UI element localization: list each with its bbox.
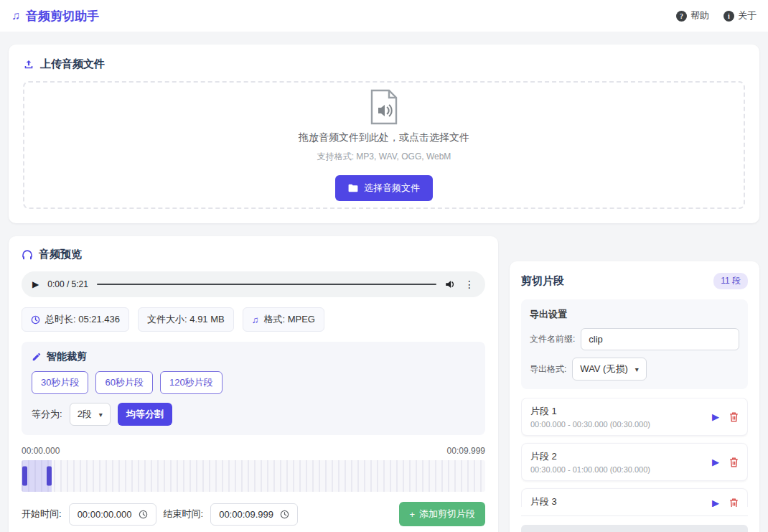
clip-play-button[interactable]: ▶ bbox=[712, 498, 719, 507]
start-time-value: 00:00:00.000 bbox=[78, 509, 132, 520]
about-label: 关于 bbox=[738, 9, 757, 22]
dropzone-text: 拖放音频文件到此处，或点击选择文件 bbox=[299, 131, 469, 144]
end-time-value: 00:00:09.999 bbox=[219, 509, 273, 520]
add-clip-button[interactable]: + 添加剪切片段 bbox=[399, 502, 485, 526]
smart-cut-panel: 智能裁剪 30秒片段 60秒片段 120秒片段 等分为: 2段 ▾ 均等分割 bbox=[22, 342, 485, 435]
audio-file-icon bbox=[369, 89, 399, 125]
clear-clips-button[interactable]: 清空片段 bbox=[521, 525, 748, 532]
music-icon: ♫ bbox=[252, 314, 259, 325]
player-time: 0:00 / 5:21 bbox=[47, 279, 88, 289]
audio-dropzone[interactable]: 拖放音频文件到此处，或点击选择文件 支持格式: MP3, WAV, OGG, W… bbox=[23, 81, 745, 209]
dropzone-formats-text: 支持格式: MP3, WAV, OGG, WebM bbox=[317, 151, 451, 163]
clip-play-button[interactable]: ▶ bbox=[712, 411, 719, 422]
start-time-label: 开始时间: bbox=[22, 508, 62, 521]
clip-count-badge: 11 段 bbox=[713, 273, 748, 289]
split-count-select[interactable]: 2段 ▾ bbox=[70, 403, 111, 426]
chevron-down-icon: ▾ bbox=[99, 411, 103, 419]
clip-delete-button[interactable] bbox=[729, 457, 739, 467]
app-title-text: 音频剪切助手 bbox=[26, 8, 99, 24]
smart-cut-title: 智能裁剪 bbox=[32, 350, 475, 363]
help-link[interactable]: ? 帮助 bbox=[676, 9, 709, 22]
waveform[interactable] bbox=[22, 460, 485, 492]
clips-panel-title: 剪切片段 bbox=[521, 274, 564, 288]
prefix-label: 文件名前缀: bbox=[530, 333, 575, 345]
end-time-label: 结束时间: bbox=[164, 508, 204, 521]
clips-panel: 剪切片段 11 段 导出设置 文件名前缀: 导出格式: WAV (无损) ▾ bbox=[510, 261, 759, 532]
volume-icon[interactable] bbox=[445, 279, 456, 289]
preview-section-title-text: 音频预览 bbox=[39, 248, 82, 261]
clip-time: 00:30.000 - 01:00.000 (00:30.000) bbox=[530, 465, 650, 474]
top-bar: ♫ 音频剪切助手 ? 帮助 i 关于 bbox=[0, 0, 768, 32]
upload-icon bbox=[23, 59, 34, 70]
clock-icon[interactable] bbox=[280, 510, 289, 519]
export-settings-title: 导出设置 bbox=[530, 308, 739, 321]
app-title: ♫ 音频剪切助手 bbox=[11, 8, 99, 24]
about-link[interactable]: i 关于 bbox=[723, 9, 757, 22]
player-play-button[interactable]: ▶ bbox=[32, 279, 39, 289]
export-format-select[interactable]: WAV (无损) ▾ bbox=[572, 358, 646, 381]
info-icon: i bbox=[723, 11, 734, 22]
select-audio-file-button[interactable]: 选择音频文件 bbox=[335, 175, 433, 201]
preview-section-title: 音频预览 bbox=[22, 248, 485, 261]
help-icon: ? bbox=[676, 11, 687, 22]
clip-list[interactable]: 片段 1 00:00.000 - 00:30.000 (00:30.000) ▶ bbox=[521, 398, 748, 507]
filesize-badge-label: 文件大小: 4.91 MB bbox=[147, 313, 225, 326]
clock-icon[interactable] bbox=[139, 510, 148, 519]
audio-player[interactable]: ▶ 0:00 / 5:21 ⋮ bbox=[22, 271, 485, 297]
start-time-input[interactable]: 00:00:00.000 bbox=[69, 503, 156, 526]
prefix-input[interactable] bbox=[581, 328, 739, 350]
clip-name: 片段 2 bbox=[530, 450, 650, 463]
waveform-labels: 00:00.000 00:09.999 bbox=[22, 446, 485, 456]
duration-badge: 总时长: 05:21.436 bbox=[22, 307, 129, 332]
audio-preview-card: 音频预览 ▶ 0:00 / 5:21 ⋮ bbox=[9, 236, 498, 532]
clip-delete-button[interactable] bbox=[729, 412, 739, 422]
divider bbox=[521, 515, 748, 516]
add-clip-label: 添加剪切片段 bbox=[419, 508, 475, 521]
help-label: 帮助 bbox=[690, 9, 709, 22]
clip-name: 片段 1 bbox=[530, 405, 650, 418]
waveform-end-label: 00:09.999 bbox=[447, 446, 485, 456]
music-note-icon: ♫ bbox=[11, 9, 20, 22]
clip-item-1: 片段 1 00:00.000 - 00:30.000 (00:30.000) ▶ bbox=[521, 398, 748, 436]
upload-section-title-text: 上传音频文件 bbox=[40, 57, 105, 71]
clip-name: 片段 3 bbox=[530, 495, 557, 507]
format-badge-label: 格式: MPEG bbox=[263, 313, 315, 326]
smart-cut-title-text: 智能裁剪 bbox=[47, 350, 87, 363]
selection-end-handle[interactable] bbox=[47, 467, 52, 486]
plus-icon: + bbox=[409, 509, 415, 520]
audio-info-badges: 总时长: 05:21.436 文件大小: 4.91 MB ♫ 格式: MPEG bbox=[22, 307, 485, 332]
clip-play-button[interactable]: ▶ bbox=[712, 457, 719, 467]
preset-60s-button[interactable]: 60秒片段 bbox=[95, 371, 152, 394]
split-count-label: 等分为: bbox=[32, 408, 62, 421]
split-count-value: 2段 bbox=[78, 408, 92, 421]
clock-icon bbox=[31, 315, 40, 325]
filesize-badge: 文件大小: 4.91 MB bbox=[138, 307, 234, 332]
clip-item-3: 片段 3 ▶ bbox=[521, 488, 748, 507]
clip-item-2: 片段 2 00:30.000 - 01:00.000 (00:30.000) ▶ bbox=[521, 443, 748, 481]
export-settings-panel: 导出设置 文件名前缀: 导出格式: WAV (无损) ▾ bbox=[521, 299, 748, 389]
upload-section-title: 上传音频文件 bbox=[23, 57, 745, 71]
equal-split-button[interactable]: 均等分割 bbox=[118, 403, 172, 426]
clip-delete-button[interactable] bbox=[729, 498, 739, 508]
format-label: 导出格式: bbox=[530, 363, 566, 375]
player-menu-button[interactable]: ⋮ bbox=[464, 279, 474, 290]
export-format-value: WAV (无损) bbox=[580, 363, 627, 375]
clip-time: 00:00.000 - 00:30.000 (00:30.000) bbox=[530, 420, 650, 429]
pencil-icon bbox=[32, 352, 42, 362]
upload-card: 上传音频文件 拖放音频文件到此处，或点击选择文件 支持格式: MP3, WAV,… bbox=[9, 45, 759, 223]
folder-icon bbox=[348, 184, 358, 192]
player-seek-bar[interactable] bbox=[97, 284, 436, 285]
end-time-input[interactable]: 00:00:09.999 bbox=[210, 503, 298, 526]
preset-120s-button[interactable]: 120秒片段 bbox=[160, 371, 223, 394]
select-audio-file-label: 选择音频文件 bbox=[364, 182, 420, 195]
chevron-down-icon: ▾ bbox=[635, 365, 639, 373]
format-badge: ♫ 格式: MPEG bbox=[243, 307, 324, 332]
selection-start-handle[interactable] bbox=[22, 467, 27, 486]
preset-30s-button[interactable]: 30秒片段 bbox=[32, 371, 88, 394]
headphones-icon bbox=[22, 249, 33, 260]
waveform-start-label: 00:00.000 bbox=[22, 446, 60, 456]
duration-badge-label: 总时长: 05:21.436 bbox=[45, 313, 120, 326]
